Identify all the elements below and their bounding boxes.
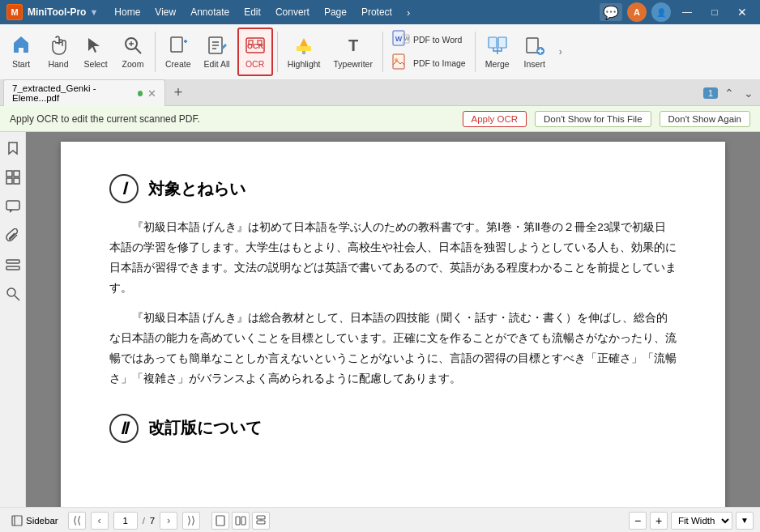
zoom-out-button[interactable]: − bbox=[629, 512, 647, 530]
pdf-to-word-label: PDF to Word bbox=[413, 35, 463, 45]
ocr-button[interactable]: OCR OCR bbox=[237, 28, 273, 76]
create-label: Create bbox=[165, 59, 191, 70]
merge-icon bbox=[486, 34, 509, 57]
new-tab-button[interactable]: + bbox=[169, 83, 188, 103]
sidebar-toggle-icon bbox=[11, 515, 23, 526]
first-page-button[interactable]: ⟨⟨ bbox=[68, 512, 86, 530]
hand-icon bbox=[47, 34, 70, 57]
ocr-icon: OCR bbox=[244, 34, 267, 57]
svg-rect-46 bbox=[236, 517, 240, 525]
insert-icon bbox=[523, 34, 546, 57]
single-page-icon[interactable] bbox=[211, 512, 229, 530]
sidebar-search-icon[interactable] bbox=[2, 283, 24, 305]
apply-ocr-button[interactable]: Apply OCR bbox=[463, 111, 527, 127]
svg-rect-39 bbox=[6, 260, 19, 263]
zoom-button[interactable]: Zoom bbox=[115, 28, 151, 76]
edit-all-label: Edit All bbox=[204, 59, 230, 70]
last-page-button[interactable]: ⟩⟩ bbox=[182, 512, 200, 530]
hand-button[interactable]: Hand bbox=[41, 28, 76, 76]
page-number-input[interactable] bbox=[113, 512, 138, 530]
app-name: MiniTool-Pro bbox=[28, 6, 86, 18]
pdf-to-image-label: PDF to Image bbox=[413, 58, 466, 69]
svg-rect-38 bbox=[6, 201, 19, 210]
create-button[interactable]: Create bbox=[160, 28, 197, 76]
start-button[interactable]: Start bbox=[3, 28, 39, 76]
menu-annotate[interactable]: Annotate bbox=[184, 4, 236, 21]
menu-home[interactable]: Home bbox=[108, 4, 147, 21]
maximize-button[interactable]: □ bbox=[703, 4, 726, 20]
pdf-to-image-button[interactable]: PDF to Image bbox=[387, 53, 471, 75]
section-2-header: Ⅱ 改訂版について bbox=[109, 414, 677, 443]
pdf-to-word-button[interactable]: WW PDF to Word bbox=[387, 29, 471, 52]
scroll-mode-icon[interactable] bbox=[252, 512, 270, 530]
menu-bar: Home View Annotate Edit Convert Page Pro… bbox=[108, 4, 416, 21]
zoom-icon bbox=[122, 34, 144, 57]
section-1-number: Ⅰ bbox=[109, 174, 139, 203]
svg-rect-35 bbox=[14, 171, 19, 177]
menu-convert[interactable]: Convert bbox=[269, 4, 316, 21]
edit-all-button[interactable]: Edit All bbox=[199, 28, 236, 76]
prev-page-button[interactable]: ‹ bbox=[91, 512, 109, 530]
close-button[interactable]: ✕ bbox=[731, 4, 754, 20]
total-pages: 7 bbox=[150, 516, 155, 526]
zoom-dropdown-button[interactable]: ▼ bbox=[736, 512, 754, 530]
document-tabs: 7_extracted_Genki - Eleme...pdf ✕ + 1 ⌃ … bbox=[0, 80, 760, 106]
section-1-header: Ⅰ 対象とねらい bbox=[109, 174, 677, 203]
svg-rect-17 bbox=[297, 46, 311, 51]
sidebar-comments-icon[interactable] bbox=[2, 195, 24, 218]
toolbar-buttons: Start Hand Select Zoom bbox=[0, 24, 760, 79]
tab-controls: 1 ⌃ ⌄ bbox=[703, 83, 757, 103]
typewriter-label: Typewriter bbox=[333, 59, 372, 70]
dont-show-file-button[interactable]: Don't Show for This File bbox=[535, 111, 651, 127]
insert-button[interactable]: Insert bbox=[517, 28, 553, 76]
tab-nav-up[interactable]: ⌃ bbox=[721, 83, 737, 103]
dont-show-again-button[interactable]: Don't Show Again bbox=[660, 111, 750, 127]
sidebar-thumbnails-icon[interactable] bbox=[2, 166, 24, 189]
two-page-icon[interactable] bbox=[232, 512, 250, 530]
highlight-icon bbox=[292, 34, 315, 57]
menu-protect[interactable]: Protect bbox=[355, 4, 399, 21]
zoom-level-select[interactable]: Fit Width 50% 75% 100% 125% 150% bbox=[671, 512, 732, 530]
app-logo: M bbox=[6, 4, 23, 20]
chat-icon[interactable]: 💬 bbox=[600, 3, 622, 21]
document-tab[interactable]: 7_extracted_Genki - Eleme...pdf ✕ bbox=[3, 79, 165, 106]
svg-rect-6 bbox=[171, 37, 182, 52]
select-button[interactable]: Select bbox=[78, 28, 113, 76]
svg-line-42 bbox=[15, 296, 19, 300]
highlight-button[interactable]: Highlight bbox=[282, 28, 327, 76]
main-area: Ⅰ 対象とねらい 『初級日本語 げんき』は初めて日本語を学ぶ人のための教科書です… bbox=[0, 132, 760, 507]
zoom-in-button[interactable]: + bbox=[650, 512, 668, 530]
doc-tab-close-button[interactable]: ✕ bbox=[147, 87, 156, 100]
start-icon bbox=[10, 34, 32, 57]
bottom-bar: Sidebar ⟨⟨ ‹ / 7 › ⟩⟩ − + Fit Width 50% … bbox=[0, 507, 760, 532]
menu-edit[interactable]: Edit bbox=[237, 4, 267, 21]
sidebar-bookmark-icon[interactable] bbox=[2, 137, 24, 160]
menu-view[interactable]: View bbox=[148, 4, 182, 21]
sidebar-toggle[interactable]: Sidebar bbox=[6, 513, 63, 528]
toolbar-more-button[interactable]: › bbox=[554, 28, 567, 76]
user-avatar[interactable]: A bbox=[627, 2, 647, 22]
merge-button[interactable]: Merge bbox=[480, 28, 515, 76]
typewriter-button[interactable]: T Typewriter bbox=[327, 28, 378, 76]
menu-more[interactable]: › bbox=[400, 4, 416, 21]
sidebar-attachments-icon[interactable] bbox=[2, 224, 24, 247]
svg-text:W: W bbox=[404, 36, 410, 41]
menu-page[interactable]: Page bbox=[318, 4, 353, 21]
title-bar: M MiniTool-Pro ▼ Home View Annotate Edit… bbox=[0, 0, 760, 24]
tab-nav-down[interactable]: ⌄ bbox=[741, 83, 757, 103]
svg-point-41 bbox=[7, 288, 15, 296]
svg-rect-47 bbox=[241, 517, 246, 525]
sidebar-fields-icon[interactable] bbox=[2, 253, 24, 276]
pdf-to-image-icon bbox=[392, 53, 410, 74]
sidebar-label: Sidebar bbox=[26, 516, 58, 526]
highlight-label: Highlight bbox=[288, 59, 321, 70]
minimize-button[interactable]: — bbox=[676, 4, 698, 20]
hand-label: Hand bbox=[48, 59, 68, 70]
pdf-scroll-area[interactable]: Ⅰ 対象とねらい 『初級日本語 げんき』は初めて日本語を学ぶ人のための教科書です… bbox=[26, 132, 760, 507]
next-page-button[interactable]: › bbox=[160, 512, 177, 530]
sep-1 bbox=[155, 32, 156, 72]
svg-text:W: W bbox=[395, 35, 403, 43]
svg-rect-45 bbox=[216, 516, 224, 526]
account-icon[interactable]: 👤 bbox=[651, 2, 671, 22]
svg-rect-48 bbox=[257, 516, 265, 519]
